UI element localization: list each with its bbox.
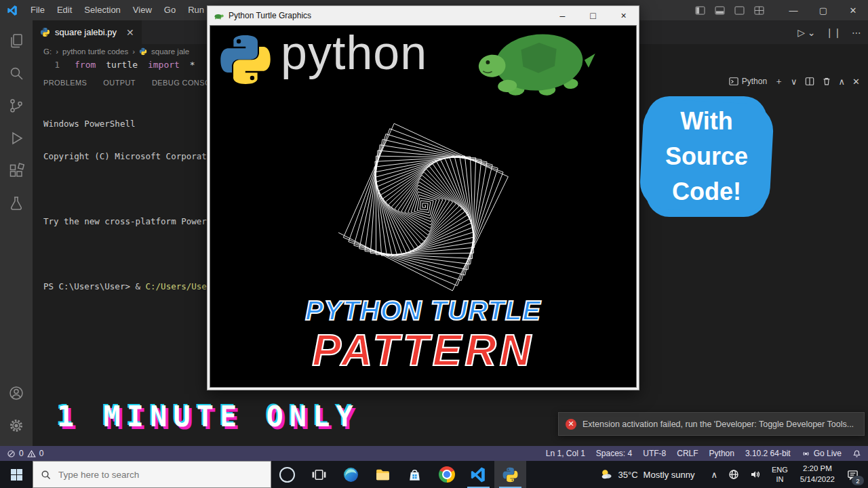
turtle-maximize-button[interactable]: □ bbox=[578, 6, 608, 25]
status-encoding[interactable]: UTF-8 bbox=[643, 449, 666, 458]
tab-output[interactable]: OUTPUT bbox=[103, 79, 136, 87]
cortana-button[interactable] bbox=[271, 461, 303, 488]
breadcrumb-separator: › bbox=[132, 47, 135, 56]
panel-tab-bar: PROBLEMS OUTPUT DEBUG CONSOLE bbox=[43, 75, 220, 91]
maximize-panel-icon[interactable]: ∧ bbox=[839, 77, 846, 87]
terminal-line: Try the new cross-platform Power bbox=[43, 216, 207, 227]
headline-one-minute-only: 1 MINUTE ONLY bbox=[57, 400, 359, 433]
task-view-button[interactable] bbox=[303, 461, 335, 488]
close-panel-icon[interactable]: ✕ bbox=[852, 77, 860, 87]
account-icon[interactable] bbox=[0, 377, 33, 409]
notification-toast[interactable]: ✕ Extension activation failed, run the '… bbox=[558, 412, 865, 436]
status-eol[interactable]: CRLF bbox=[677, 449, 698, 458]
testing-icon[interactable] bbox=[0, 187, 33, 220]
python-app-icon bbox=[502, 466, 519, 483]
python-app-taskbar-button[interactable] bbox=[494, 461, 526, 488]
kill-terminal-icon[interactable] bbox=[822, 77, 831, 86]
file-explorer-button[interactable] bbox=[367, 461, 399, 488]
start-button[interactable] bbox=[0, 461, 33, 488]
language-indicator[interactable]: ENG IN bbox=[766, 465, 793, 485]
python-file-icon bbox=[139, 47, 147, 56]
terminal-shell-selector[interactable]: Python bbox=[729, 77, 767, 86]
chrome-button[interactable] bbox=[431, 461, 462, 488]
status-go-live[interactable]: Go Live bbox=[802, 449, 842, 458]
code-token-from: from bbox=[75, 60, 96, 70]
window-close-button[interactable]: ✕ bbox=[838, 0, 868, 20]
vscode-taskbar-button[interactable] bbox=[462, 461, 494, 488]
badge-line: Source bbox=[665, 139, 748, 174]
tab-close-icon[interactable]: ✕ bbox=[126, 27, 134, 38]
run-debug-icon[interactable] bbox=[0, 122, 33, 155]
source-control-icon[interactable] bbox=[0, 89, 33, 122]
taskbar-search[interactable] bbox=[33, 461, 271, 488]
vscode-icon bbox=[470, 466, 487, 483]
settings-gear-icon[interactable] bbox=[0, 409, 33, 442]
activity-bar bbox=[0, 20, 33, 446]
search-icon[interactable] bbox=[0, 57, 33, 89]
turtle-graphics-window: Python Turtle Graphics – □ × python bbox=[207, 5, 639, 390]
customize-layout-icon[interactable] bbox=[754, 6, 764, 15]
window-maximize-button[interactable]: ▢ bbox=[808, 0, 838, 20]
search-input[interactable] bbox=[57, 469, 263, 481]
run-python-file-icon[interactable]: ▷ ⌄ bbox=[797, 27, 815, 38]
chrome-icon bbox=[439, 466, 455, 483]
editor-actions: ▷ ⌄ ❘❘ ⋯ bbox=[797, 20, 861, 44]
taskbar-clock[interactable]: 2:20 PM 5/14/2022 bbox=[793, 464, 842, 485]
status-interpreter[interactable]: 3.10.2 64-bit bbox=[745, 449, 791, 458]
breadcrumb-drive[interactable]: G: bbox=[43, 47, 52, 56]
terminal-blank-line bbox=[43, 249, 207, 260]
bell-icon[interactable] bbox=[852, 449, 861, 458]
split-editor-icon[interactable]: ❘❘ bbox=[826, 27, 842, 38]
breadcrumb-file[interactable]: square jale bbox=[151, 47, 189, 56]
source-code-badge: With Source Code! bbox=[646, 96, 767, 217]
microsoft-store-button[interactable] bbox=[399, 461, 431, 488]
new-terminal-icon[interactable]: ＋ bbox=[774, 75, 783, 87]
code-token-star: * bbox=[190, 60, 195, 70]
terminal-line: Copyright (C) Microsoft Corporat bbox=[43, 151, 207, 162]
python-logo bbox=[217, 31, 274, 88]
terminal-blank-line bbox=[43, 184, 207, 195]
edge-button[interactable] bbox=[335, 461, 367, 488]
code-token-import: import bbox=[148, 60, 180, 70]
turtle-illustration bbox=[471, 25, 601, 107]
menu-selection[interactable]: Selection bbox=[78, 0, 126, 20]
menu-go[interactable]: Go bbox=[158, 0, 182, 20]
terminal-output[interactable]: Windows PowerShell Copyright (C) Microso… bbox=[43, 97, 207, 314]
code-line[interactable]: 1 from turtle import * bbox=[33, 60, 195, 73]
turtle-window-titlebar[interactable]: Python Turtle Graphics – □ × bbox=[208, 6, 639, 25]
status-language[interactable]: Python bbox=[709, 449, 734, 458]
toggle-sidebar-icon[interactable] bbox=[695, 6, 705, 15]
tab-label: square jalebi.py bbox=[55, 27, 117, 37]
menu-run[interactable]: Run bbox=[182, 0, 210, 20]
tab-problems[interactable]: PROBLEMS bbox=[43, 79, 87, 87]
breadcrumb-folder[interactable]: python turtle codes bbox=[62, 47, 128, 56]
turtle-close-button[interactable]: × bbox=[608, 6, 639, 25]
menu-edit[interactable]: Edit bbox=[51, 0, 78, 20]
toggle-secondary-sidebar-icon[interactable] bbox=[734, 6, 745, 15]
turtle-minimize-button[interactable]: – bbox=[547, 6, 578, 25]
problems-indicator[interactable]: 0 0 bbox=[7, 449, 43, 458]
notification-text: Extension activation failed, run the 'De… bbox=[583, 420, 854, 429]
python-file-icon bbox=[40, 27, 50, 37]
toggle-panel-icon[interactable] bbox=[715, 6, 725, 15]
tray-chevron-icon[interactable]: ∧ bbox=[705, 461, 723, 488]
extensions-icon[interactable] bbox=[0, 155, 33, 187]
menu-file[interactable]: File bbox=[24, 0, 51, 20]
terminal-dropdown-icon[interactable]: ∨ bbox=[791, 77, 797, 87]
terminal-shell-label: Python bbox=[742, 77, 767, 86]
explorer-icon[interactable] bbox=[0, 24, 33, 57]
go-live-label: Go Live bbox=[814, 449, 842, 458]
status-indentation[interactable]: Spaces: 4 bbox=[596, 449, 632, 458]
action-center-button[interactable]: 2 bbox=[842, 461, 868, 488]
window-minimize-button[interactable]: — bbox=[778, 0, 808, 20]
volume-icon[interactable] bbox=[745, 461, 766, 488]
network-globe-icon[interactable] bbox=[723, 461, 745, 488]
error-count: 0 bbox=[19, 449, 24, 458]
more-actions-icon[interactable]: ⋯ bbox=[852, 27, 861, 38]
weather-widget[interactable]: 35°C Mostly sunny bbox=[589, 468, 706, 481]
menu-view[interactable]: View bbox=[127, 0, 158, 20]
folder-icon bbox=[374, 466, 391, 483]
status-cursor-position[interactable]: Ln 1, Col 1 bbox=[546, 449, 585, 458]
tab-square-jalebi[interactable]: square jalebi.py ✕ bbox=[33, 20, 142, 44]
split-terminal-icon[interactable] bbox=[805, 77, 814, 86]
